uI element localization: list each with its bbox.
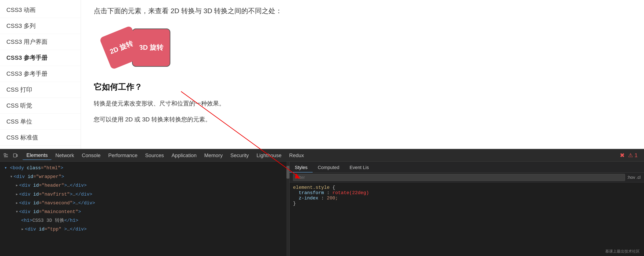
watermark: 慕课上最出技术社区 [605,249,640,254]
devtools-panel: Elements Network Console Performance Sou… [0,149,644,256]
dom-line-navsecond: ▸<div id="navsecond">…</div> [0,199,290,208]
tab-sources[interactable]: Sources [142,151,168,160]
styles-tab-eventlis[interactable]: Event Lis [344,163,374,172]
sidebar: CSS3 动画 CSS3 多列 CSS3 用户界面 CSS3 参考手册 CSS3… [0,0,81,149]
styles-val-transform: rotate(22deg) [332,190,369,196]
sidebar-item-label: CSS3 参考手册 [6,54,48,61]
dom-scrollbar-thumb[interactable] [286,166,290,179]
dom-line-maincontent: ▾<div id="maincontent"> [0,208,290,216]
styles-val-zindex: 200; [327,196,338,201]
dom-line-navfirst: ▸<div id="navfirst">…</div> [0,190,290,199]
sidebar-item-multicolumn[interactable]: CSS3 多列 [0,18,81,34]
tab-performance[interactable]: Performance [104,151,141,160]
dom-line-wrapper: ▾<div id="wrapper"> [0,172,290,181]
box-2d-label: 2D 旋转 [108,39,134,56]
styles-tabs: Styles Computed Event Lis [290,162,644,173]
styles-prop-transform: transform [298,190,324,196]
para1: 转换是使元素改变形状、尺寸和位置的一种效果。 [94,99,631,109]
sidebar-item-animation[interactable]: CSS3 动画 [0,2,81,18]
transform-demo: 2D 旋转 3D 旋转 [104,24,631,71]
dom-line-header: ▸<div id="header">…</div> [0,181,290,190]
dom-scrollbar[interactable] [286,162,290,256]
styles-tab-computed[interactable]: Computed [313,163,344,172]
sidebar-item-label: CSS 听觉 [6,102,32,109]
styles-tab-styles[interactable]: Styles [290,163,313,172]
styles-filter-bar: :hov .cl [290,173,644,182]
error-count-badge: ⚠ 1 [628,152,638,159]
tab-memory[interactable]: Memory [200,151,226,160]
sidebar-item-label: CSS 打印 [6,86,32,93]
sidebar-item-label: CSS 单位 [6,118,32,125]
sidebar-item-units[interactable]: CSS 单位 [0,114,81,130]
svg-rect-2 [4,153,6,155]
tab-elements[interactable]: Elements [22,151,52,160]
svg-rect-7 [16,155,18,156]
sidebar-item-print[interactable]: CSS 打印 [0,82,81,98]
styles-prop-zindex: z-index [298,196,318,201]
page-description: 点击下面的元素，来查看 2D 转换与 3D 转换之间的不同之处： [94,6,631,16]
sidebar-item-label: CSS3 多列 [6,22,36,29]
styles-panel: Styles Computed Event Lis :hov .cl ele [290,162,644,256]
styles-pseudo-filter[interactable]: :hov .cl [627,175,640,180]
tab-lighthouse[interactable]: Lighthouse [252,151,285,160]
sidebar-item-reference[interactable]: CSS3 参考手册 [0,66,81,82]
sidebar-item-ui[interactable]: CSS3 用户界面 [0,34,81,50]
tab-application[interactable]: Application [168,151,200,160]
sidebar-item-label: CSS3 动画 [6,6,36,13]
sidebar-item-label: CSS3 参考手册 [6,70,48,77]
tab-network[interactable]: Network [52,151,78,160]
styles-selector: element.style [293,185,332,190]
section-heading: 它如何工作？ [94,82,631,93]
sidebar-item-label: CSS 标准值 [6,134,38,141]
main-content: 点击下面的元素，来查看 2D 转换与 3D 转换之间的不同之处： 2D 旋转 3… [81,0,644,149]
sidebar-item-aural[interactable]: CSS 听觉 [0,98,81,114]
devtools-close-button[interactable]: ✖ [618,152,626,159]
para2: 您可以使用 2D 或 3D 转换来转换您的元素。 [94,115,631,125]
inspect-icon[interactable] [2,152,10,159]
dom-panel: ▾ <body class="html"> ▾<div id="wrapper"… [0,162,290,256]
dom-line-tpp: ▸<div id="tpp" >…</div> [0,225,290,234]
dom-line-h1: <h1>CSS3 3D 转换</h1> [0,216,290,225]
styles-filter-input[interactable] [293,174,625,181]
svg-rect-6 [14,154,16,157]
devtools-tabbar: Elements Network Console Performance Sou… [0,149,644,162]
devtools-content: ▾ <body class="html"> ▾<div id="wrapper"… [0,162,644,256]
styles-rule-element: element.style { transform : rotate(22deg… [293,185,640,206]
box-3d-label: 3D 旋转 [139,43,163,52]
dom-line-body: ▾ <body class="html"> [0,164,290,172]
sidebar-item-reference-bold[interactable]: CSS3 参考手册 [0,50,81,66]
sidebar-item-label: CSS3 用户界面 [6,38,48,45]
device-icon[interactable] [12,152,19,159]
tab-redux[interactable]: Redux [285,151,308,160]
styles-content: element.style { transform : rotate(22deg… [290,182,644,256]
sidebar-item-values[interactable]: CSS 标准值 [0,130,81,146]
tab-security[interactable]: Security [226,151,253,160]
tab-console[interactable]: Console [78,151,104,160]
